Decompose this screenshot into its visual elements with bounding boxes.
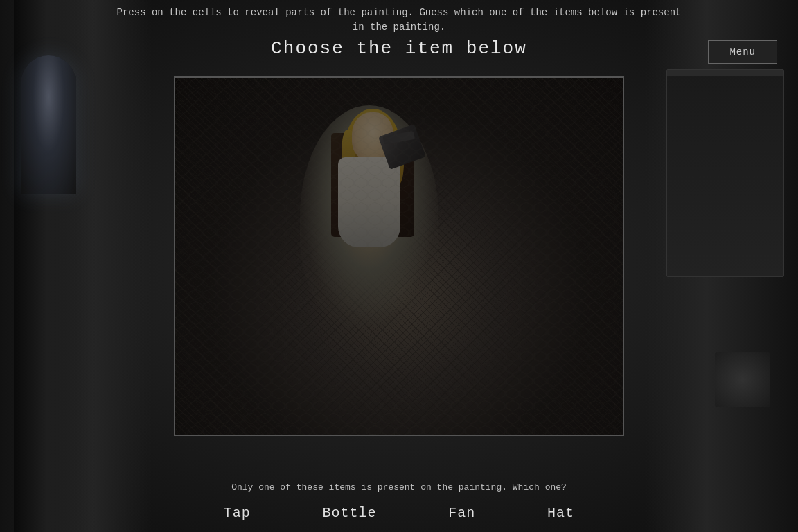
page-title: Choose the item below — [271, 38, 527, 59]
bg-shelf — [666, 69, 784, 277]
bottom-area: Only one of these items is present on th… — [174, 481, 624, 532]
instruction-line2: in the painting. — [353, 21, 445, 33]
answer-tap[interactable]: Tap — [210, 501, 265, 525]
glass-overlay — [175, 78, 623, 436]
answer-fan[interactable]: Fan — [434, 501, 489, 525]
painting-container[interactable] — [174, 76, 624, 436]
menu-button[interactable]: Menu — [708, 40, 777, 64]
bg-window — [21, 55, 76, 194]
svg-rect-3 — [175, 78, 623, 436]
bg-right-panel — [646, 0, 798, 532]
answer-options: Tap Bottle Fan Hat — [174, 501, 624, 525]
instruction-text: Press on the cells to reveal parts of th… — [0, 0, 798, 40]
bg-left-panel — [0, 0, 152, 532]
answer-bottle[interactable]: Bottle — [309, 501, 391, 525]
instruction-line1: Press on the cells to reveal parts of th… — [117, 7, 682, 18]
bg-object — [715, 352, 770, 407]
title-area: Choose the item below — [0, 38, 798, 59]
painting-hint: Only one of these items is present on th… — [174, 481, 624, 495]
answer-hat[interactable]: Hat — [533, 501, 588, 525]
